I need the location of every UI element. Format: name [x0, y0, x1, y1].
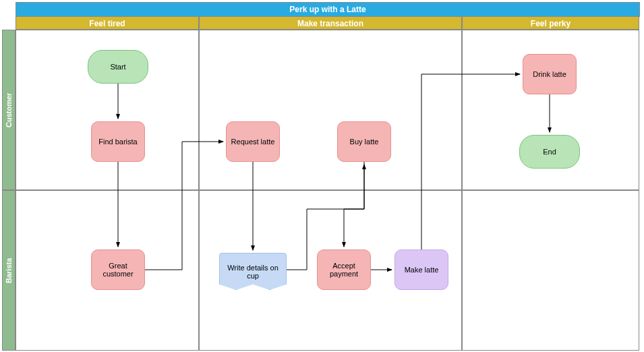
node-end: End [519, 135, 580, 169]
node-accept-payment: Accept payment [317, 250, 371, 290]
cell-barista-feel-perky [462, 190, 639, 351]
node-great-customer: Great customer [91, 250, 145, 290]
cell-customer-make-transaction [199, 30, 462, 190]
phase-header-feel-tired: Feel tired [16, 16, 199, 30]
phase-header-make-transaction: Make transaction [199, 16, 462, 30]
node-drink-latte: Drink latte [523, 54, 577, 94]
node-buy-latte: Buy latte [337, 121, 391, 162]
node-start: Start [88, 50, 148, 84]
diagram-title: Perk up with a Latte [16, 2, 640, 17]
lane-label-barista: Barista [2, 190, 16, 351]
node-write-details: Write details on cup [219, 253, 287, 290]
node-find-barista: Find barista [91, 121, 145, 162]
swimlane-diagram: Perk up with a Latte Feel tired Make tra… [0, 0, 644, 352]
phase-header-feel-perky: Feel perky [462, 16, 639, 30]
node-make-latte: Make latte [394, 250, 448, 290]
node-request-latte: Request latte [226, 121, 280, 162]
lane-label-customer: Customer [2, 30, 16, 190]
